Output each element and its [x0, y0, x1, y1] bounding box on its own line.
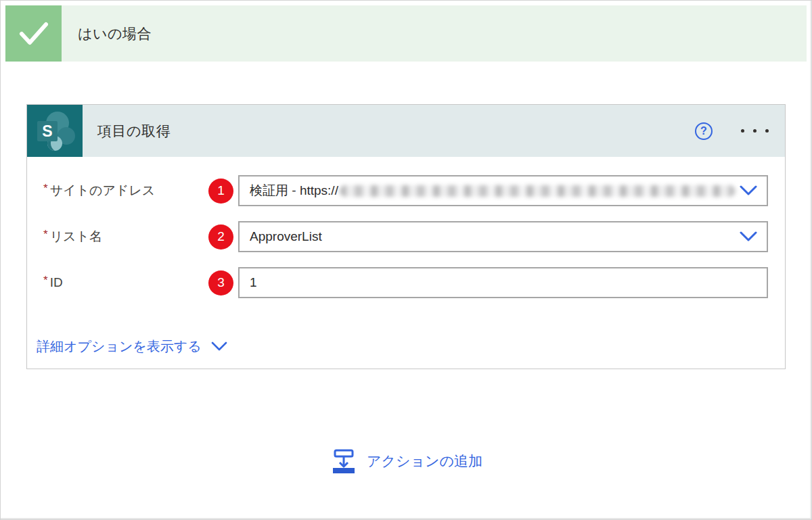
- field-label: * サイトのアドレス: [43, 182, 208, 199]
- annotation-badge-3: 3: [208, 270, 233, 296]
- chevron-down-icon[interactable]: [740, 231, 757, 242]
- check-icon: [5, 5, 62, 62]
- action-card-header[interactable]: S 項目の取得 ?: [27, 105, 785, 157]
- id-input[interactable]: 1: [238, 267, 768, 298]
- ellipsis-menu-icon[interactable]: [740, 124, 770, 138]
- chevron-down-icon[interactable]: [740, 185, 757, 196]
- add-action-icon: [331, 448, 357, 474]
- branch-header-if-yes[interactable]: はいの場合: [5, 5, 807, 62]
- branch-title: はいの場合: [62, 5, 152, 62]
- show-advanced-options-link[interactable]: 詳細オプションを表示する: [37, 337, 227, 356]
- field-label: * リスト名: [43, 228, 208, 245]
- redacted-text: [340, 185, 736, 197]
- field-row-list-name: * リスト名 2 ApproverList: [43, 221, 768, 252]
- required-marker: *: [43, 182, 48, 195]
- chevron-down-icon: [211, 341, 227, 352]
- action-card-get-item: S 項目の取得 ? * サイトのアドレス 1 検証用 - https://: [26, 104, 786, 369]
- svg-text:S: S: [42, 122, 52, 140]
- action-card-body: * サイトのアドレス 1 検証用 - https:// * リスト名: [27, 157, 785, 356]
- add-action-label: アクションの追加: [367, 452, 482, 471]
- action-card-title: 項目の取得: [83, 122, 695, 141]
- flow-editor-canvas: はいの場合 S 項目の取得 ?: [0, 0, 812, 520]
- annotation-badge-2: 2: [208, 224, 233, 250]
- help-icon[interactable]: ?: [695, 122, 713, 140]
- required-marker: *: [43, 274, 48, 287]
- field-label: * ID: [43, 275, 208, 290]
- input-value: ApproverList: [250, 229, 322, 244]
- card-header-actions: ?: [695, 122, 785, 140]
- input-value: 1: [250, 275, 257, 290]
- sharepoint-icon: S: [27, 105, 83, 157]
- site-address-input[interactable]: 検証用 - https://: [238, 175, 768, 206]
- input-value: 検証用 - https://: [250, 182, 338, 199]
- required-marker: *: [43, 228, 48, 241]
- field-row-site-address: * サイトのアドレス 1 検証用 - https://: [43, 175, 768, 206]
- annotation-badge-1: 1: [208, 179, 233, 204]
- list-name-input[interactable]: ApproverList: [238, 221, 768, 252]
- field-row-id: * ID 3 1: [43, 267, 768, 298]
- field-label-text: ID: [50, 275, 63, 290]
- add-action-button[interactable]: アクションの追加: [1, 448, 812, 474]
- advanced-options-label: 詳細オプションを表示する: [37, 337, 202, 356]
- field-label-text: リスト名: [50, 228, 102, 245]
- field-label-text: サイトのアドレス: [50, 182, 156, 199]
